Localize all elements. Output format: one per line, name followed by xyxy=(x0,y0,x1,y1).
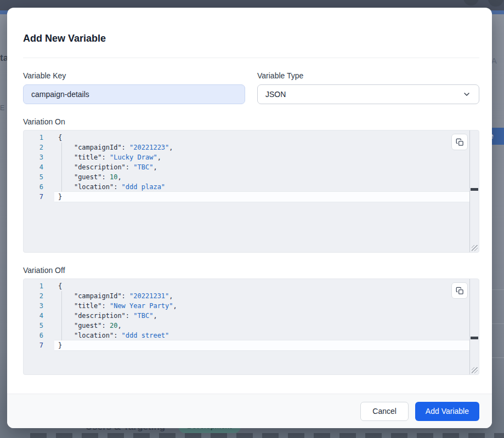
variable-type-label: Variable Type xyxy=(257,71,479,80)
line-number: 3 xyxy=(24,301,43,311)
avatar xyxy=(463,0,479,5)
scrollbar-thumb[interactable] xyxy=(471,188,478,191)
line-number: 6 xyxy=(24,331,43,340)
indent-guide xyxy=(61,143,62,192)
copy-icon xyxy=(456,287,464,295)
scrollbar-thumb[interactable] xyxy=(471,337,478,339)
resize-handle[interactable] xyxy=(472,367,478,373)
code-line[interactable]: "description": "TBC", xyxy=(54,162,470,172)
code-line[interactable]: "location": "ddd plaza" xyxy=(54,182,470,192)
scrollbar-track xyxy=(469,130,470,252)
line-number: 4 xyxy=(24,162,43,172)
modal-title: Add New Variable xyxy=(23,33,479,44)
code-line[interactable]: { xyxy=(54,281,470,291)
code-line[interactable]: "campaignId": "20221223", xyxy=(54,143,470,152)
line-number: 2 xyxy=(24,143,43,152)
code-line[interactable]: "guest": 20, xyxy=(54,321,470,331)
scrollbar-track xyxy=(469,279,470,374)
cancel-button[interactable]: Cancel xyxy=(360,402,409,421)
background-partial-label: E xyxy=(0,104,4,112)
variation-off-editor[interactable]: 1234567 { "campaignId": "20221231", "tit… xyxy=(23,278,479,375)
background-truncated-row xyxy=(30,433,504,438)
chevron-down-icon xyxy=(462,90,471,99)
variable-key-input[interactable] xyxy=(23,84,245,104)
line-number: 7 xyxy=(24,340,43,350)
line-number: 5 xyxy=(24,172,43,182)
variation-on-label: Variation On xyxy=(23,117,479,126)
code-line[interactable]: "campaignId": "20221231", xyxy=(54,291,470,301)
line-number: 7 xyxy=(24,192,43,202)
code-line[interactable]: { xyxy=(54,133,470,143)
code-line[interactable]: "location": "ddd street" xyxy=(54,331,470,340)
code-line[interactable]: "title": "Lucky Draw", xyxy=(54,152,470,162)
avatar xyxy=(488,0,503,7)
line-number: 5 xyxy=(24,321,43,331)
divider xyxy=(23,58,479,58)
copy-button[interactable] xyxy=(451,282,468,299)
line-number: 2 xyxy=(24,291,43,301)
add-variable-modal: Add New Variable Variable Key Variable T… xyxy=(7,8,492,428)
variable-key-label: Variable Key xyxy=(23,71,245,80)
line-number: 3 xyxy=(24,152,43,162)
code-line[interactable]: "guest": 10, xyxy=(54,172,470,182)
variation-on-editor[interactable]: 1234567 { "campaignId": "20221223", "tit… xyxy=(23,130,479,253)
copy-icon xyxy=(456,138,464,146)
line-number-gutter: 1234567 xyxy=(24,130,43,252)
code-line[interactable]: "description": "TBC", xyxy=(54,311,470,321)
screen: tai E 4 A Ne s a ee l Users & Targeting … xyxy=(0,0,504,438)
line-number: 6 xyxy=(24,182,43,192)
code-line[interactable]: "title": "New Year Party", xyxy=(54,301,470,311)
modal-footer: Cancel Add Variable xyxy=(7,394,492,428)
resize-handle[interactable] xyxy=(472,245,478,251)
variation-off-label: Variation Off xyxy=(23,266,479,275)
line-number-gutter: 1234567 xyxy=(24,279,43,374)
code-area[interactable]: { "campaignId": "20221223", "title": "Lu… xyxy=(54,130,470,252)
indent-guide xyxy=(61,291,62,340)
copy-button[interactable] xyxy=(451,134,468,150)
line-number: 1 xyxy=(24,281,43,291)
variable-type-value: JSON xyxy=(265,90,286,99)
code-line[interactable]: } xyxy=(54,192,470,202)
variable-type-select[interactable]: JSON xyxy=(257,84,479,104)
line-number: 4 xyxy=(24,311,43,321)
add-variable-button[interactable]: Add Variable xyxy=(415,402,479,421)
code-area[interactable]: { "campaignId": "20221231", "title": "Ne… xyxy=(54,279,470,374)
code-line[interactable]: } xyxy=(54,340,470,350)
line-number: 1 xyxy=(24,133,43,143)
